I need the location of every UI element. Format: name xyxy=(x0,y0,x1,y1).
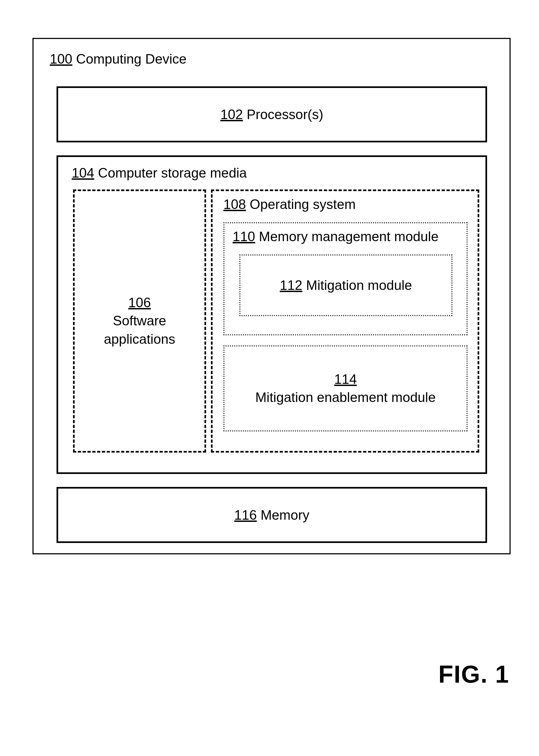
computing-device-label: Computing Device xyxy=(76,51,187,66)
software-applications-label-line1: Software xyxy=(113,313,166,328)
computer-storage-media-title: 104 Computer storage media xyxy=(72,165,247,181)
mitigation-module-label: Mitigation module xyxy=(306,278,412,293)
operating-system-ref: 108 xyxy=(223,197,246,212)
memory-management-module-ref: 110 xyxy=(233,229,255,244)
figure-label: FIG. 1 xyxy=(438,660,509,688)
software-applications-title: 106 Software applications xyxy=(104,294,175,349)
memory-management-module-title: 110 Memory management module xyxy=(233,229,439,244)
computer-storage-media-label: Computer storage media xyxy=(98,165,247,181)
memory-management-module-box: 110 Memory management module 112 Mitigat… xyxy=(223,222,468,335)
memory-box: 116 Memory xyxy=(56,487,487,543)
memory-title: 116 Memory xyxy=(234,507,309,523)
computer-storage-media-box: 104 Computer storage media 106 Software … xyxy=(56,155,487,474)
mitigation-enablement-module-label: Mitigation enablement module xyxy=(255,390,436,405)
mitigation-module-title: 112 Mitigation module xyxy=(280,277,412,293)
operating-system-label: Operating system xyxy=(250,197,356,212)
processors-box: 102 Processor(s) xyxy=(56,86,487,142)
software-applications-ref: 106 xyxy=(128,295,151,310)
computer-storage-media-ref: 104 xyxy=(72,165,94,181)
processors-title: 102 Processor(s) xyxy=(220,107,324,122)
computing-device-ref: 100 xyxy=(50,51,72,66)
computing-device-box: 100 Computing Device 102 Processor(s) 10… xyxy=(33,38,510,554)
mitigation-enablement-module-title: 114 Mitigation enablement module xyxy=(255,370,436,407)
operating-system-title: 108 Operating system xyxy=(223,197,356,212)
memory-label: Memory xyxy=(261,508,309,523)
software-applications-label-line2: applications xyxy=(104,331,175,347)
mitigation-module-ref: 112 xyxy=(280,278,302,293)
computing-device-title: 100 Computing Device xyxy=(50,51,187,67)
mitigation-enablement-module-box: 114 Mitigation enablement module xyxy=(223,345,468,431)
processors-ref: 102 xyxy=(220,107,243,122)
processors-label: Processor(s) xyxy=(247,107,323,122)
operating-system-box: 108 Operating system 110 Memory manageme… xyxy=(211,189,479,453)
software-applications-box: 106 Software applications xyxy=(73,189,206,453)
mitigation-module-box: 112 Mitigation module xyxy=(239,254,452,316)
mitigation-enablement-module-ref: 114 xyxy=(334,372,357,387)
memory-ref: 116 xyxy=(234,508,257,523)
memory-management-module-label: Memory management module xyxy=(259,229,438,244)
